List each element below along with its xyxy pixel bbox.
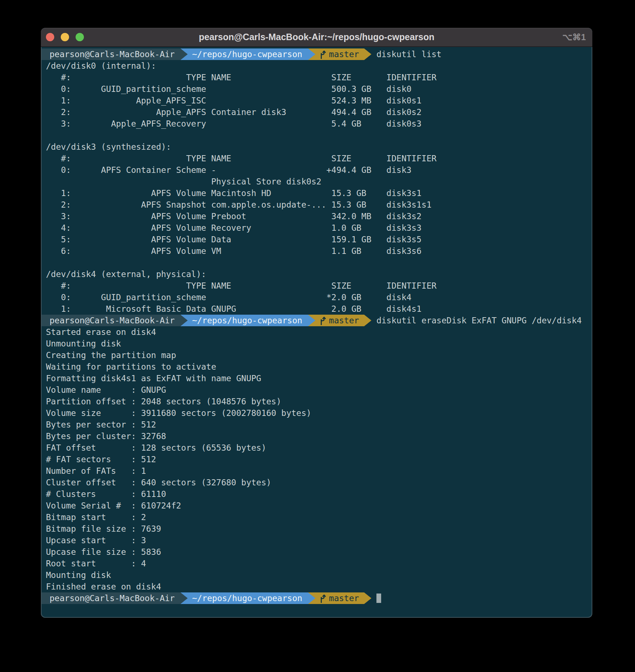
shell-prompt-3: pearson@Carls-MacBook-Air ~/repos/hugo-c… xyxy=(42,592,592,604)
titlebar[interactable]: pearson@Carls-MacBook-Air:~/repos/hugo-c… xyxy=(41,28,592,47)
prompt-path: ~/repos/hugo-cwpearson xyxy=(192,48,302,60)
prompt-path: ~/repos/hugo-cwpearson xyxy=(192,592,302,604)
terminal-cursor xyxy=(376,594,381,603)
prompt-git-segment: master xyxy=(315,592,364,604)
diskutil-list-output: /dev/disk0 (internal): #: TYPE NAME SIZE… xyxy=(42,60,592,315)
powerline-separator-icon xyxy=(180,315,188,326)
shell-prompt-2: pearson@Carls-MacBook-Air ~/repos/hugo-c… xyxy=(42,315,592,326)
prompt-host: pearson@Carls-MacBook-Air xyxy=(50,48,175,60)
powerline-separator-icon xyxy=(308,592,315,604)
prompt-host: pearson@Carls-MacBook-Air xyxy=(50,315,175,326)
prompt-host-segment: pearson@Carls-MacBook-Air xyxy=(42,48,180,60)
powerline-separator-icon xyxy=(308,315,315,326)
command-text: diskutil list xyxy=(376,48,442,60)
prompt-host-segment: pearson@Carls-MacBook-Air xyxy=(42,315,180,326)
git-branch-icon xyxy=(318,50,326,59)
git-branch-icon xyxy=(318,316,326,325)
prompt-branch: master xyxy=(329,592,359,604)
desktop-background: pearson@Carls-MacBook-Air:~/repos/hugo-c… xyxy=(0,0,635,672)
prompt-host: pearson@Carls-MacBook-Air xyxy=(50,592,175,604)
powerline-separator-icon xyxy=(364,315,371,326)
powerline-separator-icon xyxy=(364,48,371,60)
prompt-path-segment: ~/repos/hugo-cwpearson xyxy=(188,48,308,60)
terminal-screen[interactable]: pearson@Carls-MacBook-Air ~/repos/hugo-c… xyxy=(41,47,592,618)
prompt-branch: master xyxy=(329,315,359,326)
shell-prompt-1: pearson@Carls-MacBook-Air ~/repos/hugo-c… xyxy=(42,48,592,60)
window-title: pearson@Carls-MacBook-Air:~/repos/hugo-c… xyxy=(41,28,592,46)
prompt-branch: master xyxy=(329,48,359,60)
prompt-git-segment: master xyxy=(315,48,364,60)
prompt-path-segment: ~/repos/hugo-cwpearson xyxy=(188,315,308,326)
powerline-separator-icon xyxy=(364,592,371,604)
powerline-separator-icon xyxy=(180,592,188,604)
prompt-path-segment: ~/repos/hugo-cwpearson xyxy=(188,592,308,604)
window-shortcut-badge: ⌥⌘1 xyxy=(562,28,586,46)
powerline-separator-icon xyxy=(308,48,315,60)
terminal-window: pearson@Carls-MacBook-Air:~/repos/hugo-c… xyxy=(41,28,592,618)
prompt-path: ~/repos/hugo-cwpearson xyxy=(192,315,302,326)
git-branch-icon xyxy=(318,594,326,603)
command-text: diskutil eraseDisk ExFAT GNUPG /dev/disk… xyxy=(376,315,582,326)
powerline-separator-icon xyxy=(180,48,188,60)
prompt-git-segment: master xyxy=(315,315,364,326)
prompt-host-segment: pearson@Carls-MacBook-Air xyxy=(42,592,180,604)
erase-disk-output: Started erase on disk4 Unmounting disk C… xyxy=(42,326,592,592)
